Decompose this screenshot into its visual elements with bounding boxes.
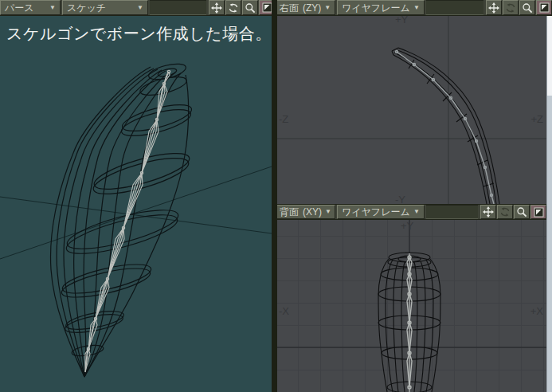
banana-wireframe-mesh [51,61,194,377]
maximize-icon [262,2,272,13]
pan-button[interactable] [209,0,225,15]
annotation-text: スケルゴンでボーン作成した場合。 [6,23,272,45]
zoom-icon [245,2,256,14]
toolbar-spacer [426,205,478,219]
view-mode-dropdown-right[interactable]: 右面 (ZY) ▼ [275,0,335,15]
view-mode-dropdown-perspective[interactable]: パース ▼ [0,0,61,15]
rotate-icon [228,2,239,14]
chevron-down-icon: ▼ [46,1,56,15]
pan-icon [488,2,499,14]
pan-button[interactable] [480,205,496,219]
rotate-button-disabled [503,0,519,15]
chevron-down-icon: ▼ [410,205,420,219]
render-mode-dropdown-perspective[interactable]: スケッチ ▼ [62,0,148,15]
window-scrollbar[interactable] [546,16,552,392]
maximize-viewport-button[interactable] [536,0,552,15]
axis-label-minus-x: -X [279,305,289,317]
toolbar-spacer [426,0,483,15]
back-view-canvas [277,220,546,392]
rotate-icon [499,206,511,218]
axis-label-plus-y: +Y [401,220,413,232]
view-mode-label: パース [5,1,34,15]
axis-label-minus-z: -Z [279,113,288,125]
view-mode-label: 背面 [280,205,299,219]
render-mode-label: ワイヤフレーム [342,1,410,15]
chevron-down-icon: ▼ [321,1,331,15]
chevron-down-icon: ▼ [410,1,420,15]
view-mode-dropdown-back[interactable]: 背面 (XY) ▼ [275,205,335,219]
view-mode-label: 右面 [280,1,299,15]
viewport-right-zy[interactable]: +Y -Y -Z +Z [277,16,546,204]
rotate-button-disabled [497,205,513,219]
pan-icon [211,2,222,14]
rotate-icon [505,2,516,14]
view-axis-label: (ZY) [303,1,321,15]
modeler-window: パース ▼ スケッチ ▼ [0,0,552,392]
zoom-button[interactable] [519,0,535,15]
render-mode-label: スケッチ [67,1,106,15]
skelegon-bones-side [396,51,495,205]
render-mode-dropdown-right[interactable]: ワイヤフレーム ▼ [337,0,425,15]
perspective-canvas [0,16,272,392]
scrollbar-thumb[interactable] [547,16,552,96]
rotate-button[interactable] [225,0,241,15]
axis-label-plus-x: +X [530,305,543,317]
right-view-canvas [277,16,546,204]
maximize-icon [539,2,550,13]
zoom-icon [516,206,527,218]
toolbar-spacer [150,0,206,15]
pan-button[interactable] [486,0,502,15]
render-mode-dropdown-back[interactable]: ワイヤフレーム ▼ [337,205,425,219]
axis-label-minus-y: -Y [395,194,405,204]
chevron-down-icon: ▼ [134,1,143,15]
viewport-perspective[interactable]: スケルゴンでボーン作成した場合。 [0,16,272,392]
maximize-icon [534,207,544,218]
viewport-divider[interactable] [272,0,277,392]
skelegon-bones-back [407,253,412,392]
view-axis-label: (XY) [303,205,322,219]
zoom-button[interactable] [514,205,530,219]
pan-icon [483,206,494,218]
toolbar-perspective: パース ▼ スケッチ ▼ [0,0,275,16]
viewport-back-xy[interactable]: +Y -X +X [277,220,546,392]
zoom-button[interactable] [242,0,258,15]
toolbar-back-view: 背面 (XY) ▼ ワイヤフレーム ▼ [275,204,546,220]
zoom-icon [522,2,533,14]
banana-side-wireframe [392,48,499,204]
axis-label-plus-y: +Y [395,16,408,25]
maximize-viewport-button[interactable] [530,205,546,219]
toolbar-right-view: 右面 (ZY) ▼ ワイヤフレーム ▼ [275,0,552,16]
axis-label-plus-z: +Z [530,113,543,125]
chevron-down-icon: ▼ [322,205,331,219]
render-mode-label: ワイヤフレーム [342,205,410,219]
